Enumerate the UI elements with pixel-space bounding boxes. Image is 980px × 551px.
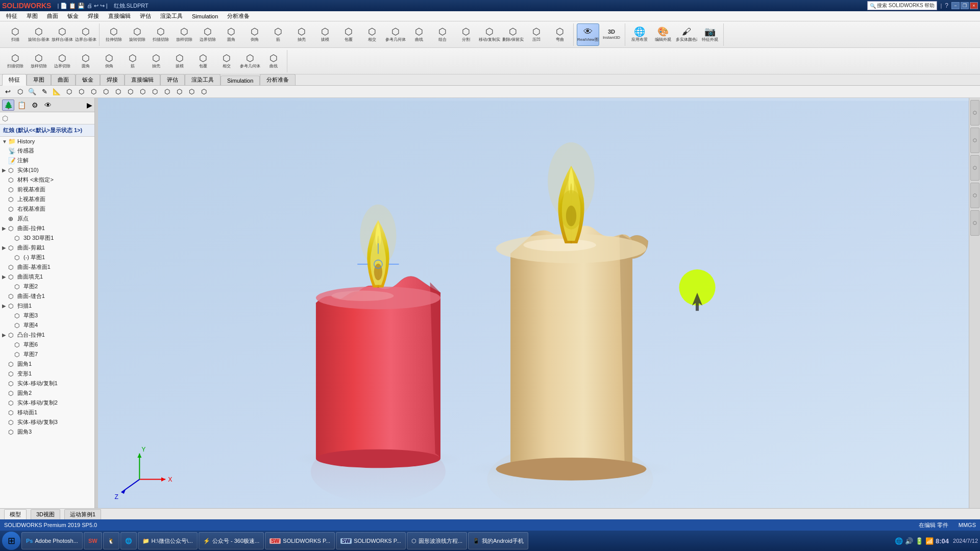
panel-tab-config[interactable]: ⚙ bbox=[29, 99, 41, 111]
btn2-boundary-cut[interactable]: ⬡边界切除 bbox=[51, 50, 74, 72]
tab-direct[interactable]: 直接编辑 bbox=[125, 74, 160, 85]
tree-item-sketch2[interactable]: ⬡ 草图2 bbox=[0, 282, 94, 291]
tree-area[interactable]: ▼ 📁 History 📡 传感器 📝 注解 ▶ ⬡ 实体(10) bbox=[0, 137, 94, 508]
view-btn-c3[interactable]: ⬡ bbox=[88, 87, 99, 97]
restore-btn[interactable]: ❐ bbox=[961, 2, 969, 9]
panel-tab-display[interactable]: 👁 bbox=[42, 99, 54, 111]
view-btn-c1[interactable]: ⬡ bbox=[63, 87, 75, 97]
btn2-wrap[interactable]: ⬡包覆 bbox=[192, 50, 214, 72]
tab-sketch[interactable]: 草图 bbox=[27, 74, 51, 85]
btn2-chamfer[interactable]: ⬡倒角 bbox=[98, 50, 120, 72]
btn-move-copy[interactable]: ⬡移动/复制实体 bbox=[478, 23, 501, 46]
tree-item-move-copy2[interactable]: ⬡ 实体-移动/复制2 bbox=[0, 398, 94, 408]
menu-weldment[interactable]: 焊接 bbox=[84, 11, 103, 21]
btn-feature-appear[interactable]: 📷特征外观 bbox=[699, 23, 721, 46]
tab-surface[interactable]: 曲面 bbox=[51, 74, 76, 85]
tree-item-move-copy3[interactable]: ⬡ 实体-移动/复制3 bbox=[0, 417, 94, 427]
tree-item-solid-bodies[interactable]: ▶ ⬡ 实体(10) bbox=[0, 165, 94, 175]
btn2-scan-cut[interactable]: ⬡扫描切除 bbox=[4, 50, 27, 72]
tree-item-fillet3[interactable]: ⬡ 圆角3 bbox=[0, 427, 94, 437]
tree-header[interactable]: 红烛 (默认<<默认>显示状态 1>) bbox=[0, 124, 94, 137]
btn-scene[interactable]: 🌐应用布景 bbox=[628, 23, 651, 46]
tab-weld[interactable]: 焊接 bbox=[100, 74, 125, 85]
taskbar-app-folder[interactable]: 📁 H:\微信公众号\... bbox=[138, 532, 198, 549]
tree-item-annotation[interactable]: 📝 注解 bbox=[0, 156, 94, 165]
bottom-tab-motion[interactable]: 运动算例1 bbox=[64, 509, 101, 519]
btn-appearance[interactable]: 🎨编辑外观 bbox=[652, 23, 674, 46]
tree-item-sketch4[interactable]: ⬡ 草图4 bbox=[0, 320, 94, 330]
battery-icon[interactable]: 🔋 bbox=[915, 537, 923, 545]
menu-direct-edit[interactable]: 直接编辑 bbox=[104, 11, 135, 21]
view-btn-back[interactable]: ↩ bbox=[2, 87, 13, 97]
bottom-tab-model[interactable]: 模型 bbox=[4, 509, 27, 519]
taskbar-app-android[interactable]: 📱 我的Android手机 bbox=[468, 532, 528, 549]
menu-sheetmetal[interactable]: 钣金 bbox=[63, 11, 83, 21]
view-btn-c4[interactable]: ⬡ bbox=[100, 87, 111, 97]
tree-item-top-plane[interactable]: ⬡ 上视基准面 bbox=[0, 194, 94, 204]
view-btn-c8[interactable]: ⬡ bbox=[149, 87, 160, 97]
btn-wrap[interactable]: ⬡包覆 bbox=[337, 23, 360, 46]
tree-item-origin[interactable]: ⊕ 原点 bbox=[0, 214, 94, 223]
tab-render-tools[interactable]: 渲染工具 bbox=[185, 74, 220, 85]
tree-item-fillet2[interactable]: ⬡ 圆角2 bbox=[0, 388, 94, 398]
btn-realview[interactable]: 👁RealView图形 bbox=[577, 23, 599, 46]
tree-item-surf-trim1[interactable]: ▶ ⬡ 曲面-剪裁1 bbox=[0, 243, 94, 253]
btn-boundary-cut[interactable]: ⬡边界切除 bbox=[197, 23, 219, 46]
panel-expand-btn[interactable]: ▶ bbox=[87, 101, 92, 109]
menu-feature[interactable]: 特征 bbox=[2, 11, 21, 21]
btn2-draft[interactable]: ⬡拔模 bbox=[168, 50, 191, 72]
btn2-rib[interactable]: ⬡筋 bbox=[121, 50, 144, 72]
view-btn-search[interactable]: 🔍 bbox=[27, 87, 38, 97]
menu-analysis[interactable]: 分析准备 bbox=[223, 11, 254, 21]
tree-item-boss-extrude1[interactable]: ▶ ⬡ 凸台-拉伸1 bbox=[0, 330, 94, 340]
btn-ref-geo[interactable]: ⬡参考几何体 bbox=[384, 23, 407, 46]
taskbar-app-360[interactable]: ⚡ 公众号 - 360极速... bbox=[199, 532, 264, 549]
right-btn-4[interactable]: ⬡ bbox=[970, 183, 979, 208]
tree-item-sketch1[interactable]: ⬡ (-) 草图1 bbox=[0, 253, 94, 262]
tab-feature[interactable]: 特征 bbox=[2, 74, 27, 86]
view-btn-measure[interactable]: 📐 bbox=[51, 87, 62, 97]
bottom-tab-3dview[interactable]: 3D视图 bbox=[31, 509, 60, 519]
search-box[interactable]: 🔍 搜索 SOLIDWORKS 帮助 bbox=[867, 1, 937, 10]
tab-eval[interactable]: 评估 bbox=[160, 74, 185, 85]
tree-item-surf-base1[interactable]: ⬡ 曲面-基准面1 bbox=[0, 262, 94, 272]
btn-scan[interactable]: ⬡扫描 bbox=[4, 23, 27, 46]
tree-item-surf-fill1[interactable]: ▶ ⬡ 曲面填充1 bbox=[0, 272, 94, 282]
view-btn-c6[interactable]: ⬡ bbox=[125, 87, 136, 97]
tree-item-front-plane[interactable]: ⬡ 前视基准面 bbox=[0, 185, 94, 194]
tab-sheetmetal[interactable]: 钣金 bbox=[76, 74, 100, 85]
btn-scan-cut[interactable]: ⬡扫描切除 bbox=[150, 23, 172, 46]
btn-delete-body[interactable]: ⬡删除/保留实体 bbox=[502, 23, 524, 46]
btn-rotate-boss[interactable]: ⬡旋转台/基体 bbox=[28, 23, 50, 46]
btn2-intersect[interactable]: ⬡相交 bbox=[215, 50, 238, 72]
speaker-icon[interactable]: 🔊 bbox=[905, 537, 913, 545]
tree-item-fillet1[interactable]: ⬡ 圆角1 bbox=[0, 359, 94, 369]
start-button[interactable]: ⊞ bbox=[2, 532, 20, 550]
taskbar-app-sw-icon[interactable]: SW bbox=[84, 532, 102, 549]
tree-item-3dsketch1[interactable]: ⬡ 3D 3D草图1 bbox=[0, 233, 94, 243]
tree-item-flex1[interactable]: ⬡ 变形1 bbox=[0, 369, 94, 379]
right-btn-1[interactable]: ⬡ bbox=[970, 100, 979, 126]
taskbar-app-photoshop[interactable]: Ps Adobe Photosh... bbox=[21, 532, 83, 549]
taskbar-app-qq[interactable]: 🐧 bbox=[103, 532, 119, 549]
btn-rib[interactable]: ⬡筋 bbox=[267, 23, 289, 46]
tree-item-sketch7[interactable]: ⬡ 草图7 bbox=[0, 349, 94, 359]
tree-item-sketch3[interactable]: ⬡ 草图3 bbox=[0, 311, 94, 320]
btn-draft[interactable]: ⬡拔模 bbox=[314, 23, 336, 46]
btn-indent[interactable]: ⬡压凹 bbox=[525, 23, 548, 46]
view-btn-c11[interactable]: ⬡ bbox=[186, 87, 197, 97]
btn-flex[interactable]: ⬡弯曲 bbox=[549, 23, 571, 46]
btn-split[interactable]: ⬡分割 bbox=[455, 23, 477, 46]
panel-tab-tree[interactable]: 🌲 bbox=[2, 99, 14, 111]
btn2-refgeo[interactable]: ⬡参考几何体 bbox=[239, 50, 261, 72]
view-btn-c9[interactable]: ⬡ bbox=[161, 87, 173, 97]
view-btn-c7[interactable]: ⬡ bbox=[137, 87, 148, 97]
tree-item-move-copy1[interactable]: ⬡ 实体-移动/复制1 bbox=[0, 379, 94, 388]
taskbar-app-sw2019-1[interactable]: SW SOLIDWORKS P... bbox=[265, 532, 335, 549]
menu-render[interactable]: 渲染工具 bbox=[156, 11, 187, 21]
viewport[interactable]: SolidWorks研习社 bbox=[98, 98, 980, 508]
menu-sketch[interactable]: 草图 bbox=[22, 11, 42, 21]
btn-curves[interactable]: ⬡曲线 bbox=[408, 23, 430, 46]
view-btn-c10[interactable]: ⬡ bbox=[174, 87, 185, 97]
taskbar-app-browser[interactable]: 🌐 bbox=[120, 532, 137, 549]
